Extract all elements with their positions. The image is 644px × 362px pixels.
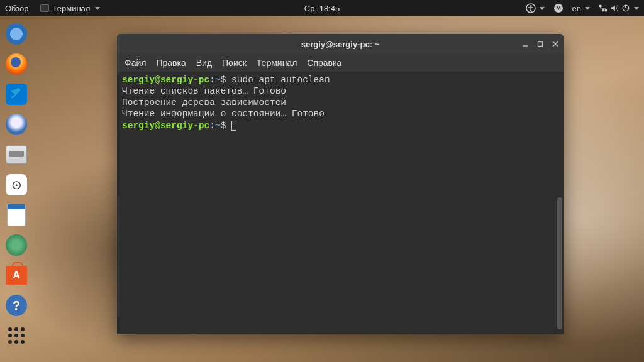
mega-icon: M <box>553 3 564 13</box>
accessibility-menu[interactable] <box>526 3 545 13</box>
menu-terminal[interactable]: Терминал <box>257 58 297 68</box>
mega-indicator[interactable]: M <box>553 3 564 13</box>
network-icon <box>599 4 608 13</box>
dock-chromium[interactable] <box>4 21 29 47</box>
terminal-output-line: Чтение информации о состоянии… Готово <box>122 109 325 119</box>
language-label: en <box>572 4 581 13</box>
menu-edit[interactable]: Правка <box>156 58 186 68</box>
language-indicator[interactable]: en <box>572 4 590 13</box>
close-icon <box>552 41 558 47</box>
chevron-down-icon <box>540 7 545 10</box>
chevron-down-icon <box>95 7 100 10</box>
app-menu-button[interactable]: Терминал <box>36 3 104 14</box>
accessibility-icon <box>526 3 536 13</box>
terminal-command-1: sudo apt autoclean <box>226 75 330 85</box>
dock-software[interactable] <box>4 263 29 288</box>
firefox-icon <box>6 53 27 75</box>
terminal-viewport[interactable]: sergiy@sergiy-pc:~$ sudo apt autoclean Ч… <box>117 72 564 334</box>
dock-transmission[interactable]: ⊙ <box>4 172 29 197</box>
dock-atom[interactable] <box>4 233 29 258</box>
top-bar: Обзор Терминал Ср, 18:45 M en <box>0 0 644 16</box>
menu-search[interactable]: Поиск <box>222 58 247 68</box>
writer-icon <box>7 204 26 226</box>
system-menu[interactable] <box>599 4 639 13</box>
window-titlebar[interactable]: sergiy@sergiy-pc: ~ <box>117 34 564 54</box>
prompt-user-host: sergiy@sergiy-pc <box>122 121 209 131</box>
minimize-icon <box>522 41 528 47</box>
atom-icon <box>6 234 27 256</box>
window-minimize-button[interactable] <box>521 40 530 48</box>
svg-rect-5 <box>602 9 604 12</box>
svg-rect-10 <box>538 42 543 47</box>
prompt-path: ~ <box>215 121 221 131</box>
dock-firefox[interactable] <box>4 52 29 77</box>
window-close-button[interactable] <box>551 40 560 48</box>
terminal-mini-icon <box>40 4 49 12</box>
svg-rect-4 <box>599 5 602 8</box>
help-icon: ? <box>6 295 27 316</box>
clock[interactable]: Ср, 18:45 <box>304 4 340 13</box>
terminal-scrollbar[interactable] <box>557 197 562 329</box>
svg-rect-6 <box>605 9 608 12</box>
dock-files[interactable] <box>4 142 29 167</box>
window-maximize-button[interactable] <box>536 40 545 48</box>
chromium-icon <box>6 23 27 45</box>
terminal-window: sergiy@sergiy-pc: ~ Файл Правка Вид Поис… <box>117 34 564 334</box>
apps-grid-icon <box>6 325 27 346</box>
volume-icon <box>610 4 619 13</box>
svg-point-1 <box>530 5 531 7</box>
software-center-icon <box>6 266 27 285</box>
chevron-down-icon <box>634 7 639 10</box>
window-title: sergiy@sergiy-pc: ~ <box>301 40 379 49</box>
menu-file[interactable]: Файл <box>125 58 146 68</box>
terminal-output-line: Чтение списков пакетов… Готово <box>122 86 286 96</box>
terminal-output-line: Построение дерева зависимостей <box>122 97 286 107</box>
prompt-sep: : <box>209 121 215 131</box>
launcher-dock: ⊙ ? <box>0 16 33 362</box>
menu-help[interactable]: Справка <box>307 58 341 68</box>
dock-help[interactable]: ? <box>4 293 29 318</box>
prompt-user-host: sergiy@sergiy-pc <box>122 75 209 85</box>
activities-button[interactable]: Обзор <box>5 4 29 13</box>
svg-text:M: M <box>556 5 561 11</box>
dock-vscode[interactable] <box>4 82 29 107</box>
menu-view[interactable]: Вид <box>196 58 212 68</box>
vscode-icon <box>6 84 27 105</box>
prompt-sep: : <box>209 75 215 85</box>
app-menu-label: Терминал <box>53 4 91 13</box>
dock-show-apps[interactable] <box>4 323 29 348</box>
files-icon <box>6 145 27 164</box>
terminal-cursor <box>231 121 236 131</box>
chevron-down-icon <box>585 7 590 10</box>
prompt-symbol: $ <box>221 121 226 131</box>
terminal-menubar: Файл Правка Вид Поиск Терминал Справка <box>117 54 564 72</box>
dock-thunderbird[interactable] <box>4 112 29 137</box>
dock-writer[interactable] <box>4 202 29 228</box>
thunderbird-icon <box>6 114 27 135</box>
power-icon <box>621 4 630 13</box>
transmission-icon: ⊙ <box>6 174 27 195</box>
prompt-path: ~ <box>215 75 221 85</box>
maximize-icon <box>537 41 543 47</box>
